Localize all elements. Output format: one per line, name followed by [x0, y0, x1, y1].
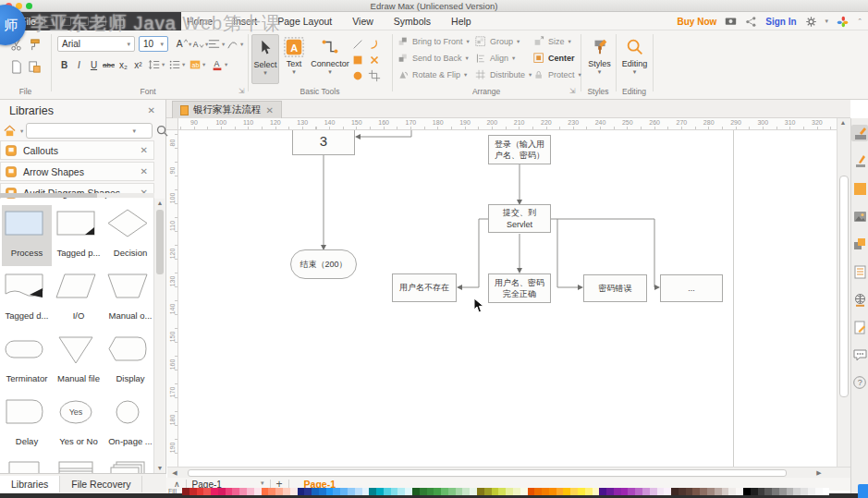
fill-color-swatch[interactable] — [197, 488, 204, 495]
fill-color-swatch[interactable] — [815, 488, 823, 495]
fill-color-swatch[interactable] — [743, 488, 751, 495]
fill-color-swatch[interactable] — [275, 488, 283, 495]
fill-color-swatch[interactable] — [319, 488, 326, 495]
fill-color-swatch[interactable] — [764, 488, 772, 495]
fill-color-swatch[interactable] — [362, 488, 370, 495]
fill-color-swatch[interactable] — [606, 488, 614, 495]
fill-color-swatch[interactable] — [686, 488, 693, 495]
fill-color-swatch[interactable] — [355, 488, 362, 495]
fill-color-swatch[interactable] — [642, 488, 650, 495]
scroll-up-icon[interactable]: ▲ — [837, 118, 849, 128]
flow-node[interactable]: 用户名不存在 — [392, 273, 457, 302]
preview-icon[interactable] — [79, 17, 89, 26]
tool-connector[interactable]: Connector▾ — [312, 34, 348, 84]
fill-color-swatch[interactable] — [340, 488, 348, 495]
fill-color-swatch[interactable] — [585, 488, 593, 495]
fill-color-swatch[interactable] — [283, 488, 290, 495]
underline-button[interactable]: U — [87, 57, 101, 72]
close-panel-icon[interactable]: ✕ — [148, 105, 155, 115]
ribbon-tab-page-layout[interactable]: Page Layout — [275, 16, 334, 27]
fill-color-swatch[interactable] — [427, 488, 434, 495]
shape-manual-file[interactable]: Manual file — [54, 331, 104, 392]
ribbon-tab-help[interactable]: Help — [449, 16, 473, 27]
fill-color-swatch[interactable] — [448, 488, 456, 495]
fill-color-swatch[interactable] — [182, 488, 189, 495]
vertical-scroll-thumb[interactable] — [839, 176, 849, 397]
fill-color-swatch[interactable] — [290, 488, 298, 495]
home-icon[interactable] — [3, 124, 17, 138]
flow-node[interactable]: 3 — [292, 128, 355, 155]
fill-color-swatch[interactable] — [635, 488, 642, 495]
fill-color-swatch[interactable] — [348, 488, 355, 495]
grow-font-icon[interactable]: A▾ — [174, 37, 191, 51]
fill-color-swatch[interactable] — [692, 488, 700, 495]
comment-icon[interactable] — [851, 346, 868, 363]
fill-color-swatch[interactable] — [391, 488, 398, 495]
gallery-scroll-up-icon[interactable]: ▲ — [154, 199, 165, 208]
shape-off-page[interactable] — [2, 456, 52, 473]
fill-color-swatch[interactable] — [758, 488, 765, 495]
fill-color-swatch[interactable] — [226, 488, 233, 495]
vertical-scrollbar[interactable]: ▲ — [837, 118, 850, 467]
fill-color-swatch[interactable] — [333, 488, 340, 495]
gallery-scroll-down-icon[interactable]: ▼ — [154, 464, 165, 473]
font-color-icon[interactable]: A▾ — [211, 58, 227, 71]
bullets-icon[interactable]: ▾ — [168, 58, 185, 71]
fill-color-swatch[interactable] — [384, 488, 391, 495]
library-bar-callouts[interactable]: Callouts✕ — [0, 140, 154, 160]
fill-color-swatch[interactable] — [779, 488, 787, 495]
fill-color-swatch[interactable] — [506, 488, 513, 495]
gallery-scroll-thumb[interactable] — [156, 210, 164, 274]
shape-manual-operation[interactable]: Manual o... — [105, 268, 153, 329]
fill-color-swatch[interactable] — [700, 488, 707, 495]
fill-color-swatch[interactable] — [498, 488, 506, 495]
line-spacing-icon[interactable]: ▾ — [148, 58, 165, 71]
crop-tool-icon[interactable] — [366, 67, 383, 83]
arc-tool-icon[interactable] — [366, 36, 383, 52]
fill-color-swatch[interactable] — [801, 488, 808, 495]
library-bar-arrow-shapes[interactable]: Arrow Shapes✕ — [0, 162, 154, 181]
ribbon-tab-insert[interactable]: Insert — [231, 16, 259, 27]
font-family-select[interactable]: Arial▾ — [57, 36, 135, 52]
fill-color-swatch[interactable] — [462, 488, 470, 495]
fill-color-swatch[interactable] — [298, 488, 305, 495]
collapse-ribbon-icon[interactable]: ⌃ — [857, 18, 862, 25]
fill-color-swatch[interactable] — [304, 488, 312, 495]
fill-color-swatch[interactable] — [397, 488, 405, 495]
shape-display[interactable]: Display — [105, 331, 153, 392]
shape-tagged-document[interactable]: Tagged d... — [2, 268, 52, 329]
arrange-rotate-flip-button[interactable]: Rotate & Flip▾ — [397, 68, 470, 81]
arrange-group-button[interactable]: Group▾ — [475, 35, 532, 48]
fill-color-swatch[interactable] — [312, 488, 319, 495]
fill-color-swatch[interactable] — [268, 488, 275, 495]
fill-color-swatch[interactable] — [793, 488, 801, 495]
rectangle-tool-icon[interactable] — [349, 52, 366, 67]
shape-yes-no[interactable]: YesYes or No — [54, 394, 104, 455]
format-paint-icon[interactable] — [851, 125, 868, 141]
paste-icon[interactable] — [28, 60, 42, 74]
library-hscrollbar[interactable] — [0, 193, 154, 198]
fill-color-swatch[interactable] — [520, 488, 528, 495]
shape-process[interactable]: Process — [2, 205, 52, 266]
shape-stack[interactable] — [105, 456, 153, 473]
undo-icon[interactable] — [97, 17, 106, 26]
arrange-protect-button[interactable]: Protect▾ — [533, 68, 581, 81]
fill-color-swatch[interactable] — [477, 488, 484, 495]
horizontal-scrollbar[interactable]: ◀ ▶ — [167, 467, 850, 478]
save-icon[interactable] — [44, 17, 54, 26]
shape-io[interactable]: I/O — [54, 268, 104, 329]
gallery-scrollbar[interactable]: ▲ ▼ — [153, 199, 165, 473]
flow-node[interactable]: 用户名、密码完全正确 — [488, 273, 551, 303]
fill-color-swatch[interactable] — [203, 488, 211, 495]
fill-color-swatch[interactable] — [218, 488, 226, 495]
flow-node[interactable]: 密码错误 — [583, 274, 647, 302]
bold-button[interactable]: B — [57, 57, 71, 72]
shape-envelope[interactable] — [54, 456, 104, 473]
arrange-align-button[interactable]: Align▾ — [475, 52, 532, 65]
shape-delay[interactable]: Delay — [2, 394, 52, 455]
ribbon-tab-home[interactable]: Home — [185, 16, 214, 27]
fill-color-swatch[interactable] — [772, 488, 779, 495]
fill-color-swatch[interactable] — [528, 488, 535, 495]
fill-color-swatch[interactable] — [621, 488, 629, 495]
fill-color-swatch[interactable] — [326, 488, 334, 495]
